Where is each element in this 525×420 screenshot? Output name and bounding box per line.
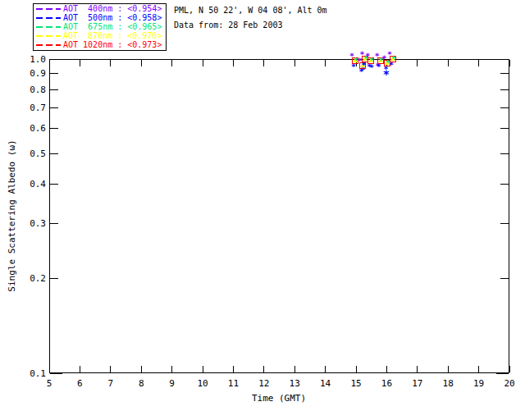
x-tick-label: 9 [160,378,185,389]
legend-label: AOT 400nm : <0.954> [63,5,162,13]
y-tick-right [496,373,509,374]
x-tick-top [203,60,203,66]
x-tick [171,366,172,372]
x-tick-label: 10 [190,378,215,389]
x-tick-top [49,60,50,66]
x-tick [141,366,142,372]
y-tick [50,184,58,185]
x-tick-top [110,60,111,66]
y-tick-right [500,128,509,129]
x-tick-label: 11 [221,378,245,389]
y-tick [50,73,58,74]
x-tick-label: 14 [313,378,338,389]
marker-500nm-asterisk-icon: ∗ [389,60,394,68]
y-tick [50,89,58,90]
x-tick-top [478,60,479,66]
x-tick [49,366,50,372]
legend-item-aot-1020nm: AOT 1020nm : <0.973> [36,41,166,49]
legend: AOT 400nm : <0.954>AOT 500nm : <0.958>AO… [33,3,167,51]
x-tick [478,366,479,372]
x-tick [386,366,387,372]
x-tick-top [448,60,449,66]
y-tick-label: 1.0 [21,54,46,65]
x-tick-label: 6 [67,378,92,389]
y-tick-label: 0.8 [21,84,46,95]
y-tick-right [496,59,509,60]
x-tick [417,366,418,372]
x-tick-top [509,60,510,66]
x-tick [80,366,80,372]
y-tick-label: 0.5 [21,148,46,159]
y-tick-label: 0.6 [21,123,46,134]
x-tick-top [141,60,142,66]
legend-line-sample [36,8,61,10]
x-tick [325,366,326,372]
x-tick-label: 18 [436,378,460,389]
legend-line-sample [36,26,61,28]
y-tick-right [500,223,509,224]
y-tick-right [500,89,509,90]
y-tick-label: 0.1 [21,368,46,379]
x-tick-top [80,60,80,66]
y-tick [50,223,58,224]
x-tick-label: 5 [37,378,62,389]
x-tick [448,366,449,372]
legend-item-aot-400nm: AOT 400nm : <0.954> [36,5,166,13]
marker-500nm-asterisk-icon: ∗ [383,64,388,72]
marker-500nm-asterisk-icon: ∗ [377,62,381,70]
x-tick-label: 15 [344,378,368,389]
x-tick [356,366,357,372]
x-tick-top [325,60,326,66]
legend-item-aot-500nm: AOT 500nm : <0.958> [36,14,166,22]
y-tick-right [500,184,509,185]
x-tick-top [294,60,295,66]
marker-500nm-asterisk-icon: ∗ [367,62,372,70]
x-tick-label: 16 [374,378,399,389]
x-tick [263,366,264,372]
x-tick-label: 12 [252,378,276,389]
x-tick [203,366,203,372]
x-tick-label: 20 [497,378,522,389]
y-tick [50,153,58,154]
x-tick-label: 13 [282,378,307,389]
station-location-text: PML, N 50 22', W 04 08', Alt 0m [174,6,327,15]
x-tick-label: 17 [405,378,430,389]
legend-item-aot-870nm: AOT 870nm : <0.970> [36,32,166,40]
y-axis-title: Single Scattering Albedo (ω) [7,139,17,291]
y-tick-label: 0.4 [21,179,46,189]
x-tick [110,366,111,372]
y-tick-label: 0.9 [21,68,46,79]
legend-label: AOT 500nm : <0.958> [63,14,162,22]
legend-line-sample [36,35,61,37]
y-tick-right [500,107,509,108]
y-tick [50,59,62,60]
marker-500nm-asterisk-icon: ∗ [351,62,356,70]
x-tick [294,366,295,372]
x-tick [233,366,234,372]
legend-line-sample [36,17,61,19]
x-tick-top [171,60,172,66]
x-tick-label: 7 [98,378,123,389]
data-date-text: Data from: 28 Feb 2003 [174,21,282,30]
y-tick-right [500,73,509,74]
legend-line-sample [36,44,61,46]
plot-canvas: AOT 400nm : <0.954>AOT 500nm : <0.958>AO… [0,0,525,420]
x-axis-title: Time (GMT) [252,393,306,404]
x-tick-top [233,60,234,66]
y-tick-label: 0.2 [21,273,46,284]
y-tick [50,278,58,279]
y-tick [50,107,58,108]
legend-label: AOT 675nm : <0.965> [63,23,162,31]
y-tick-right [500,153,509,154]
legend-label: AOT 1020nm : <0.973> [63,41,162,49]
x-tick [509,366,510,372]
x-tick-top [263,60,264,66]
y-tick-label: 0.3 [21,218,46,229]
x-tick-top [417,60,418,66]
y-tick-label: 0.7 [21,103,46,113]
plot-frame [49,59,509,373]
legend-item-aot-675nm: AOT 675nm : <0.965> [36,23,166,31]
marker-500nm-asterisk-icon: ∗ [361,60,366,68]
y-tick [50,373,62,374]
legend-label: AOT 870nm : <0.970> [63,32,162,40]
